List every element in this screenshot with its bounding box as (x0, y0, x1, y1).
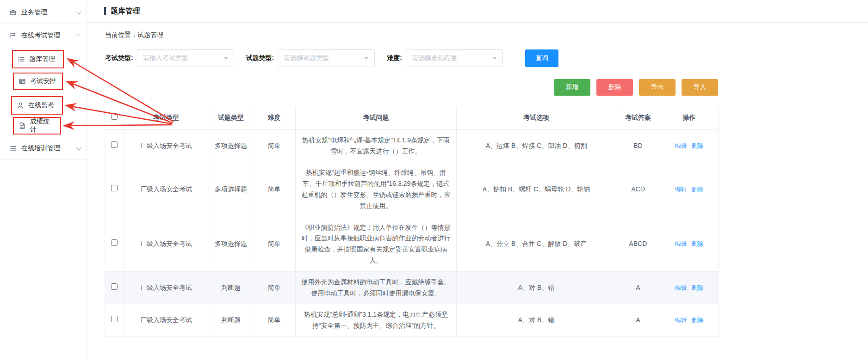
sidebar-subitem-label: 题库管理 (29, 55, 55, 63)
sidebar-subitem-label: 考试安排 (30, 77, 56, 86)
sidebar-item-online-training-management[interactable]: 在线培训管理 (0, 137, 87, 159)
delete-link[interactable]: 删除 (692, 142, 704, 149)
cell-operations: 编辑删除 (660, 217, 719, 271)
table-row: 厂级入场安全考试 判断题 简单 热机安规“总则-通则”3.1.1条规定，电力生产… (105, 304, 719, 337)
cell-question-type: 判断题 (209, 271, 253, 304)
cell-answer: A (616, 271, 660, 304)
table-row: 厂级入场安全考试 判断题 简单 使用外壳为金属材料的电动工具时，应戴绝缘手套。使… (105, 271, 719, 304)
sidebar-item-online-exam-management[interactable]: 在线考试管理 (0, 24, 87, 47)
delete-link[interactable]: 删除 (692, 284, 704, 291)
person-icon (17, 102, 24, 109)
delete-link[interactable]: 删除 (692, 186, 704, 193)
cell-answer: BD (616, 129, 660, 162)
cell-difficulty: 简单 (253, 304, 296, 337)
cell-options: A、链扣 B、螺杆 C、蜗母轮 D、轮轴 (457, 162, 616, 217)
breadcrumb: 当前位置：试题管理 (105, 31, 868, 39)
row-checkbox[interactable] (111, 283, 118, 290)
edit-link[interactable]: 编辑 (675, 240, 687, 247)
add-button[interactable]: 新增 (554, 79, 590, 96)
row-select-cell (105, 129, 124, 162)
cell-exam-type: 厂级入场安全考试 (124, 129, 209, 162)
row-select-cell (105, 304, 124, 337)
main-content: 题库管理 当前位置：试题管理 考试类型: 请输入考试类型 试题类型: 请选择试题… (87, 0, 868, 361)
cell-difficulty: 简单 (253, 217, 296, 271)
cell-operations: 编辑删除 (660, 162, 719, 217)
cell-question-type: 判断题 (209, 304, 253, 337)
difficulty-select[interactable]: 请选择难易程度 (406, 49, 503, 67)
cell-exam-type: 厂级入场安全考试 (124, 304, 209, 337)
col-question: 考试问题 (296, 106, 457, 130)
cell-options: A、对 B、错 (457, 271, 616, 304)
sidebar-subitem-score-statistics[interactable]: 成绩统计 (13, 117, 61, 135)
exam-type-placeholder: 请输入考试类型 (143, 54, 188, 62)
col-difficulty: 难度 (253, 106, 296, 130)
row-select-cell (105, 217, 124, 271)
sidebar-item-business-management[interactable]: 业务管理 (0, 1, 87, 24)
cell-answer: ACD (616, 162, 660, 217)
col-answer: 考试答案 (616, 106, 660, 130)
sidebar: 业务管理 在线考试管理 题库管理 考试安排 在线监考 成绩统计 (0, 0, 87, 361)
row-select-cell (105, 162, 124, 217)
chevron-down-icon (492, 57, 497, 60)
exam-type-label: 考试类型: (105, 54, 133, 62)
cell-question: 热机安规“起重和搬运-钢丝绳、纤维绳、吊钩、滑车、千斤顶和手拉葫芦的使用”16.… (296, 162, 457, 217)
list-icon (9, 145, 17, 152)
import-button[interactable]: 导入 (682, 79, 718, 96)
cell-difficulty: 简单 (253, 129, 296, 162)
cell-exam-type: 厂级入场安全考试 (124, 162, 209, 217)
row-checkbox[interactable] (111, 316, 118, 322)
cell-options: A、分立 B、合并 C、解散 D、破产 (457, 217, 616, 271)
row-checkbox[interactable] (111, 141, 118, 148)
cell-options: A、对 B、错 (457, 304, 616, 337)
cell-operations: 编辑删除 (660, 271, 719, 304)
cell-exam-type: 厂级入场安全考试 (124, 271, 209, 304)
filter-bar: 考试类型: 请输入考试类型 试题类型: 请选择试题类型 难度: 请选择难易程度 … (105, 49, 868, 67)
cell-question: 热机安规“电焊和气焊-基本规定”14.1.9条规定，下雨雪时，不宜露天进行（）工… (296, 129, 457, 162)
row-checkbox[interactable] (111, 185, 118, 191)
cell-exam-type: 厂级入场安全考试 (124, 217, 209, 271)
table-row: 厂级入场安全考试 多项选择题 简单 热机安规“电焊和气焊-基本规定”14.1.9… (105, 129, 719, 162)
difficulty-label: 难度: (387, 54, 402, 62)
cell-answer: ABCD (616, 217, 660, 271)
sidebar-subitem-question-bank[interactable]: 题库管理 (12, 50, 64, 68)
sidebar-subitem-label: 成绩统计 (30, 117, 56, 134)
cell-question-type: 多项选择题 (209, 129, 253, 162)
id-card-icon (19, 78, 26, 85)
cell-question-type: 多项选择题 (209, 217, 253, 271)
edit-link[interactable]: 编辑 (675, 317, 687, 324)
sidebar-subitem-online-proctoring[interactable]: 在线监考 (11, 96, 63, 115)
sidebar-subitem-exam-schedule[interactable]: 考试安排 (13, 73, 63, 90)
cell-question: 使用外壳为金属材料的电动工具时，应戴绝缘手套。使用电动工具时，必须同时使用漏电保… (296, 271, 457, 304)
list-icon (18, 55, 25, 63)
title-accent-bar (104, 7, 106, 15)
action-bar: 新增 删除 导出 导入 (87, 79, 718, 96)
briefcase-icon (9, 9, 17, 16)
delete-link[interactable]: 删除 (692, 240, 704, 247)
cell-question: 《职业病防治法》规定：用人单位在发生（）等情形时，应当对从事接触职业病危害的作业… (296, 217, 457, 271)
export-button[interactable]: 导出 (639, 79, 676, 96)
cell-options: A、运煤 B、焊接 C、卸油 D、切割 (457, 129, 616, 162)
cell-question: 热机安规“总则-通则”3.1.1条规定，电力生产必须坚持“安全第一、预防为主、综… (296, 304, 457, 337)
select-all-checkbox[interactable] (111, 113, 118, 120)
row-checkbox[interactable] (111, 239, 118, 246)
difficulty-placeholder: 请选择难易程度 (412, 54, 457, 62)
question-type-placeholder: 请选择试题类型 (284, 54, 329, 62)
page-header: 题库管理 (87, 0, 868, 23)
cell-operations: 编辑删除 (660, 129, 719, 162)
page-title: 题库管理 (111, 6, 140, 16)
edit-link[interactable]: 编辑 (675, 142, 687, 149)
edit-link[interactable]: 编辑 (675, 284, 687, 291)
delete-link[interactable]: 删除 (692, 317, 704, 324)
question-type-select[interactable]: 请选择试题类型 (278, 49, 375, 67)
select-all-cell (105, 106, 124, 130)
col-operations: 操作 (660, 106, 719, 130)
chevron-down-icon (223, 57, 228, 60)
table-row: 厂级入场安全考试 多项选择题 简单 热机安规“起重和搬运-钢丝绳、纤维绳、吊钩、… (105, 162, 719, 217)
sidebar-item-label: 业务管理 (21, 8, 76, 17)
query-button[interactable]: 查询 (525, 49, 558, 67)
exam-type-select[interactable]: 请输入考试类型 (137, 49, 234, 67)
edit-link[interactable]: 编辑 (675, 186, 687, 193)
table-row: 厂级入场安全考试 多项选择题 简单 《职业病防治法》规定：用人单位在发生（）等情… (105, 217, 719, 271)
cell-difficulty: 简单 (253, 162, 296, 217)
delete-button[interactable]: 删除 (596, 79, 633, 96)
